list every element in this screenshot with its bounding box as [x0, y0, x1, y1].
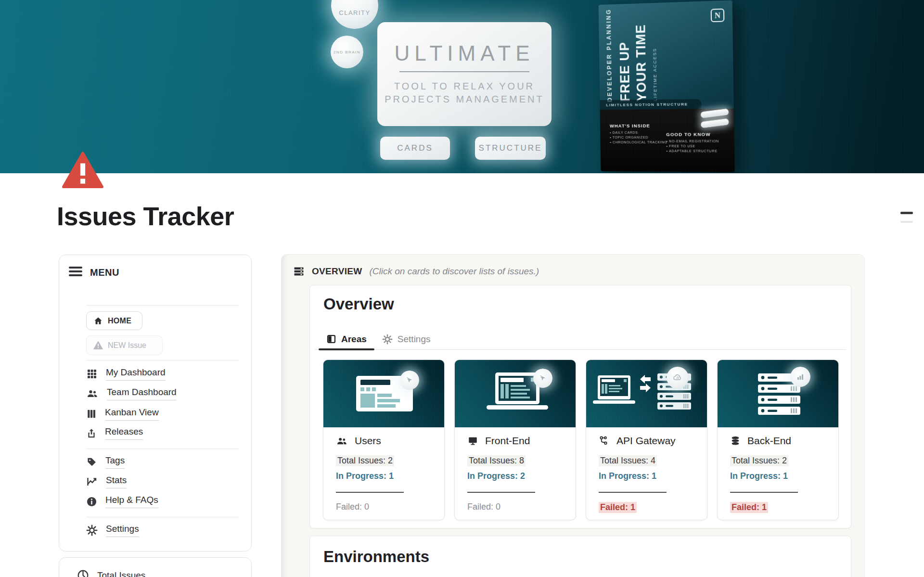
- home-icon: [93, 316, 103, 326]
- tab-areas[interactable]: Areas: [319, 329, 374, 349]
- workflow-icon: [599, 436, 610, 447]
- area-card-in-progress: In Progress: 1: [730, 471, 788, 481]
- divider: [599, 492, 667, 493]
- sidebar-item-tags[interactable]: Tags: [86, 455, 125, 469]
- sidebar-item-kanban-view[interactable]: Kanban View: [86, 407, 159, 421]
- areas-icon: [326, 334, 336, 344]
- gear-icon: [86, 525, 98, 536]
- overview-title: Overview: [323, 295, 394, 313]
- area-card-title: Front-End: [485, 435, 530, 447]
- area-card-total: Total Issues: 8: [467, 455, 526, 466]
- product-box-bottom: WHAT'S INSIDE DAILY CARDS TOPIC ORGANIZE…: [600, 109, 735, 172]
- hero-divider: [399, 71, 529, 72]
- area-card-in-progress: In Progress: 1: [599, 471, 656, 481]
- structure-pill: STRUCTURE: [475, 137, 546, 160]
- chart-badge-icon: [790, 367, 810, 387]
- sidebar-item-label: Kanban View: [105, 407, 159, 421]
- area-card-total: Total Issues: 2: [336, 455, 394, 466]
- clarity-bubble: CLARITY: [331, 0, 378, 29]
- hero-subtitle-line1: TOOL TO RELAX YOUR: [377, 80, 552, 93]
- divider: [86, 305, 239, 306]
- kanban-columns-icon: [86, 408, 97, 420]
- hamburger-icon[interactable]: [69, 267, 82, 278]
- box-inside-item: CHRONOLOGICAL TRACKING: [610, 141, 667, 144]
- box-inside-title: WHAT'S INSIDE: [610, 123, 667, 128]
- pie-chart-icon: [77, 569, 89, 577]
- notion-logo-icon: N: [711, 9, 725, 23]
- area-card-in-progress: In Progress: 1: [336, 471, 394, 481]
- area-card-image: [586, 360, 707, 427]
- cursor-badge-icon: [400, 371, 419, 390]
- menu-title: MENU: [90, 267, 119, 278]
- sidebar-item-releases[interactable]: Releases: [86, 426, 143, 440]
- sidebar-item-my-dashboard[interactable]: My Dashboard: [86, 367, 166, 381]
- box-sub-label: LIFETIME ACCESS: [652, 48, 658, 102]
- sidebar-item-settings[interactable]: Settings: [86, 524, 139, 537]
- area-card-front-end[interactable]: Front-End Total Issues: 8 In Progress: 2…: [454, 359, 576, 520]
- product-box-top: N DEVELOPER PLANNING FREE UP YOUR TIME L…: [599, 0, 734, 110]
- cursor-badge-icon: [533, 369, 552, 388]
- divider: [86, 360, 239, 360]
- box-headline-1: FREE UP: [617, 41, 633, 102]
- area-card-title: Users: [355, 435, 381, 447]
- area-card-image: [718, 360, 838, 427]
- second-brain-bubble: 2ND BRAIN: [331, 36, 363, 68]
- box-know-item: ADAPTABLE STRUCTURE: [667, 149, 730, 153]
- sidebar-item-stats[interactable]: Stats: [86, 475, 127, 488]
- people-icon: [86, 388, 99, 399]
- sidebar-stats-card: Total Issues: [59, 557, 252, 577]
- area-card-api-gateway[interactable]: API Gateway Total Issues: 4 In Progress:…: [586, 359, 707, 520]
- divider: [730, 492, 798, 493]
- area-card-title: Back-End: [747, 435, 791, 447]
- cloud-badge-icon: [667, 367, 689, 389]
- overview-tabs: Areas Settings: [315, 329, 846, 350]
- area-card-image: [323, 360, 444, 427]
- collapse-toggle-button[interactable]: [900, 212, 913, 223]
- main-panel: OVERVIEW (Click on cards to discover lis…: [281, 254, 865, 577]
- page-title: Issues Tracker: [57, 201, 234, 231]
- box-know-item: NO-EMAIL REGISTRATION: [666, 140, 729, 143]
- product-box: N DEVELOPER PLANNING FREE UP YOUR TIME L…: [599, 0, 735, 172]
- tab-settings[interactable]: Settings: [374, 329, 438, 349]
- page-warning-icon: [62, 151, 104, 190]
- info-icon: [86, 496, 97, 507]
- tag-icon: [86, 456, 97, 468]
- monitor-icon: [467, 436, 478, 446]
- area-card-image: [455, 360, 576, 427]
- section-header-note: (Click on cards to discover lists of iss…: [369, 266, 539, 277]
- sidebar-item-help-faqs[interactable]: Help & FAQs: [86, 495, 158, 508]
- area-card-back-end[interactable]: Back-End Total Issues: 2 In Progress: 1 …: [717, 359, 839, 520]
- box-inside-item: DAILY CARDS: [610, 130, 667, 134]
- new-issue-button[interactable]: NEW Issue: [86, 335, 163, 355]
- home-button[interactable]: HOME: [86, 311, 142, 330]
- server-list-icon: [293, 266, 305, 277]
- sidebar-menu-card: MENU HOME NEW Issue My Dashboard Team Da: [59, 255, 252, 551]
- divider: [336, 492, 404, 493]
- sidebar-item-team-dashboard[interactable]: Team Dashboard: [86, 387, 177, 400]
- tab-label: Settings: [398, 334, 431, 345]
- area-card-failed: Failed: 1: [599, 502, 637, 513]
- sidebar-item-label: Total Issues: [97, 570, 145, 577]
- area-card-users[interactable]: Users Total Issues: 2 In Progress: 1 Fai…: [323, 359, 445, 520]
- area-card-in-progress: In Progress: 2: [467, 471, 525, 481]
- new-issue-button-label: NEW Issue: [108, 341, 146, 350]
- environments-title: Environments: [323, 548, 429, 566]
- divider: [467, 492, 535, 493]
- hero-card: ULTIMATE TOOL TO RELAX YOUR PROJECTS MAN…: [377, 22, 552, 126]
- database-icon: [730, 436, 741, 446]
- people-icon: [336, 436, 348, 447]
- warning-icon: [93, 341, 103, 350]
- sidebar-item-label: Releases: [105, 426, 143, 440]
- minus-icon: [900, 212, 913, 214]
- sidebar-item-label: Stats: [106, 475, 127, 488]
- divider: [900, 221, 913, 223]
- clarity-bubble-label: CLARITY: [339, 9, 370, 16]
- cover-banner: CLARITY 2ND BRAIN ULTIMATE TOOL TO RELAX…: [0, 0, 924, 173]
- environments-card: Environments: [309, 536, 851, 577]
- gear-icon: [382, 334, 393, 345]
- overview-card: Overview Areas Settings: [309, 285, 851, 528]
- area-card-failed: Failed: 1: [730, 502, 768, 513]
- box-headline-2: YOUR TIME: [633, 24, 650, 102]
- section-header-title: OVERVIEW: [312, 266, 362, 277]
- sidebar-item-total-issues[interactable]: Total Issues: [77, 569, 145, 577]
